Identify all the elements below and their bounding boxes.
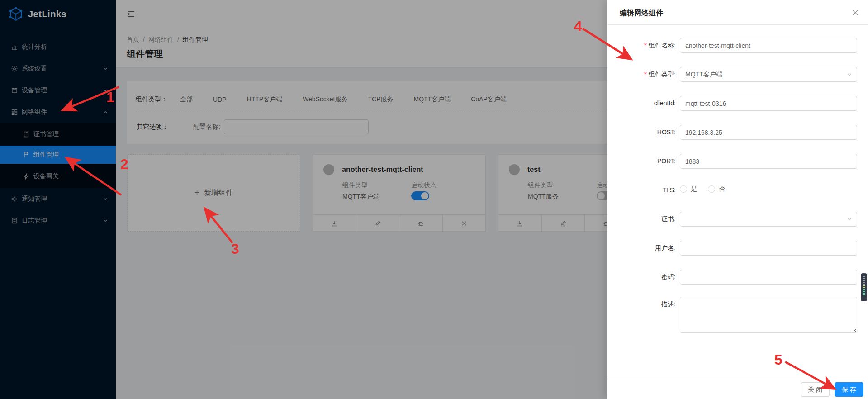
form-row-port: PORT: [607,154,868,169]
host-label: HOST: [607,125,676,140]
close-icon[interactable] [852,9,859,16]
form-row-host: HOST: [607,125,868,140]
form-row-password: 密码: [607,270,868,285]
chevron-down-icon [847,72,852,77]
password-input[interactable] [680,270,857,285]
drawer-title: 编辑网络组件 [620,9,663,18]
description-label: 描述: [607,297,676,312]
type-label: 组件类型: [649,71,676,78]
browser-extension-widget[interactable] [861,273,867,301]
port-label: PORT: [607,154,676,169]
required-mark: * [644,71,647,78]
form-row-name: *组件名称: [607,38,868,53]
form-row-description: 描述: [607,297,868,333]
component-name-input[interactable] [680,38,857,53]
name-label: 组件名称: [649,42,676,49]
edit-component-drawer: 编辑网络组件 *组件名称: *组件类型: MQTT客户端 clientId: H… [607,0,868,399]
screen: JetLinks 统计分析 系统设置 设备管理 网络组件 证书管理 [0,0,868,399]
drawer-mask[interactable] [0,0,607,399]
certificate-label: 证书: [607,212,676,227]
component-type-select[interactable]: MQTT客户端 [680,67,857,82]
username-label: 用户名: [607,241,676,256]
tls-no-label: 否 [719,185,725,193]
required-mark: * [644,42,647,49]
drawer-footer: 关 闭 保 存 [607,379,868,399]
form-row-certificate: 证书: [607,212,868,227]
component-type-select-value: MQTT客户端 [685,71,722,78]
tls-radio-group: 是 否 [680,185,736,193]
chevron-down-icon [847,217,852,222]
host-input[interactable] [680,125,857,140]
form-row-tls: TLS: 是 否 [607,183,868,198]
save-button[interactable]: 保 存 [835,382,863,397]
certificate-select[interactable] [680,212,857,227]
form-row-type: *组件类型: MQTT客户端 [607,67,868,82]
tls-yes-label: 是 [691,185,697,193]
form-row-username: 用户名: [607,241,868,256]
close-button[interactable]: 关 闭 [801,382,830,397]
tls-label: TLS: [607,183,676,198]
description-textarea[interactable] [680,297,857,333]
username-input[interactable] [680,241,857,256]
password-label: 密码: [607,270,676,285]
port-input[interactable] [680,154,857,169]
clientid-input[interactable] [680,96,857,111]
clientid-label: clientId: [607,96,676,111]
tls-no-radio[interactable] [708,185,715,193]
tls-yes-radio[interactable] [680,185,687,193]
drawer-header: 编辑网络组件 [607,0,868,25]
form-row-clientid: clientId: [607,96,868,111]
